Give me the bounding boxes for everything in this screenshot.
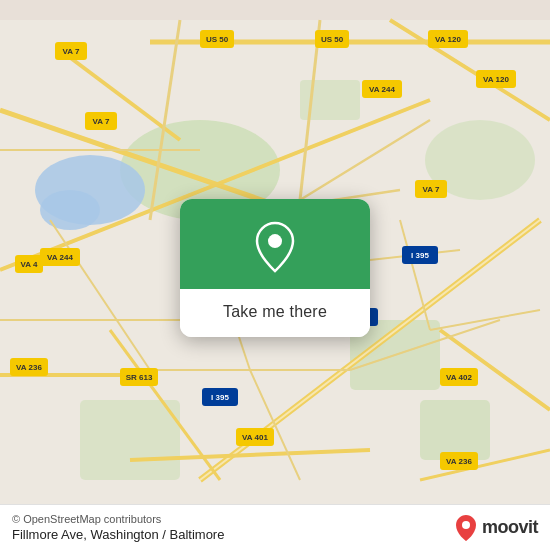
svg-point-71 <box>268 234 282 248</box>
take-me-there-button[interactable]: Take me there <box>194 299 356 325</box>
svg-rect-3 <box>420 400 490 460</box>
svg-text:US 50: US 50 <box>206 35 229 44</box>
location-pin-icon <box>251 221 299 273</box>
svg-text:I 395: I 395 <box>211 393 229 402</box>
svg-text:VA 120: VA 120 <box>483 75 509 84</box>
popup-card: Take me there <box>180 199 370 337</box>
svg-text:VA 244: VA 244 <box>369 85 395 94</box>
moovit-brand-text: moovit <box>482 517 538 538</box>
popup-green-section <box>180 199 370 289</box>
map-container: VA 7 US 50 US 50 VA 120 VA 120 VA 244 VA… <box>0 0 550 550</box>
svg-text:VA 402: VA 402 <box>446 373 472 382</box>
svg-text:VA 236: VA 236 <box>446 457 472 466</box>
svg-text:VA 120: VA 120 <box>435 35 461 44</box>
svg-point-72 <box>462 521 470 529</box>
svg-text:VA 244: VA 244 <box>47 253 73 262</box>
svg-text:I 395: I 395 <box>411 251 429 260</box>
bottom-left: © OpenStreetMap contributors Fillmore Av… <box>12 513 224 542</box>
location-text: Fillmore Ave, Washington / Baltimore <box>12 527 224 542</box>
svg-point-8 <box>40 190 100 230</box>
svg-text:VA 4: VA 4 <box>21 260 38 269</box>
svg-text:SR 613: SR 613 <box>126 373 153 382</box>
bottom-bar: © OpenStreetMap contributors Fillmore Av… <box>0 504 550 550</box>
svg-text:VA 7: VA 7 <box>63 47 80 56</box>
svg-rect-4 <box>80 400 180 480</box>
moovit-logo: moovit <box>455 514 538 542</box>
popup-button-section: Take me there <box>180 289 370 337</box>
svg-text:US 50: US 50 <box>321 35 344 44</box>
copyright-text: © OpenStreetMap contributors <box>12 513 224 525</box>
svg-text:VA 7: VA 7 <box>423 185 440 194</box>
svg-text:VA 7: VA 7 <box>93 117 110 126</box>
svg-text:VA 236: VA 236 <box>16 363 42 372</box>
moovit-pin-icon <box>455 514 477 542</box>
svg-text:VA 401: VA 401 <box>242 433 268 442</box>
